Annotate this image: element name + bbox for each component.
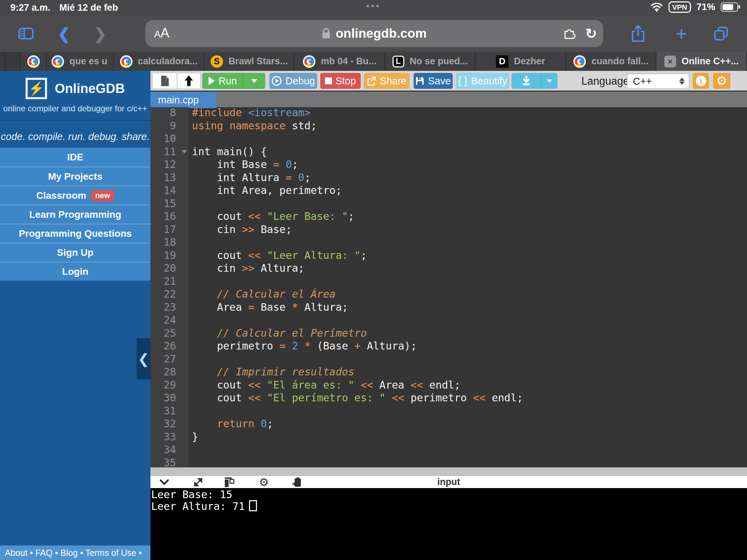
new-file-button[interactable]	[153, 73, 177, 89]
stop-button[interactable]: Stop	[320, 73, 361, 89]
code-line: 31	[150, 404, 747, 418]
language-select[interactable]: C++	[627, 74, 689, 89]
console-line: Leer Base: 15	[151, 489, 747, 500]
line-number: 21	[150, 275, 188, 288]
download-button[interactable]	[511, 73, 541, 89]
debug-button[interactable]: Debug	[269, 73, 317, 89]
language-label: Language	[581, 75, 629, 87]
tabs-overview-icon[interactable]	[709, 21, 733, 46]
browser-tab[interactable]: LNo se pued...	[385, 52, 476, 71]
line-number: 33	[150, 430, 188, 444]
sidebar-item-classroom[interactable]: Classroomnew	[0, 186, 150, 205]
code-line: 32 return 0;	[150, 417, 747, 430]
multitask-dots-icon: •••	[366, 1, 381, 11]
browser-tab[interactable]: mb 04 - Bu...	[295, 52, 385, 71]
new-tab-icon[interactable]: +	[669, 21, 693, 46]
code-line: 29 cout << "El área es: " << Area << end…	[150, 379, 747, 392]
code-line: 10	[150, 132, 747, 145]
settings-button[interactable]: ⚙	[713, 73, 730, 89]
code-line: 35	[150, 456, 747, 468]
save-button[interactable]: Save	[414, 73, 453, 89]
editor-tabbar: main.cpp	[150, 91, 747, 107]
sidebar-item-sign-up[interactable]: Sign Up	[0, 243, 150, 262]
tab-title: calculadora...	[138, 56, 198, 67]
tab-title: Dezher	[514, 56, 545, 67]
line-number: 11	[150, 145, 188, 158]
line-number: 22	[150, 288, 188, 301]
sidebar-item-label: Classroom	[36, 190, 86, 201]
chevron-left-icon: ❮	[138, 351, 149, 367]
tab-sliver[interactable]	[0, 52, 5, 71]
address-bar[interactable]: AA onlinegdb.com ↻	[145, 20, 603, 47]
browser-tab[interactable]	[21, 52, 47, 71]
brand-logo[interactable]: ⚡ OnlineGDB	[0, 76, 150, 101]
google-favicon-icon	[27, 55, 40, 68]
upload-button[interactable]	[177, 73, 201, 89]
line-number: 13	[150, 171, 188, 184]
line-number: 30	[150, 391, 188, 404]
line-number: 24	[150, 314, 188, 327]
close-icon[interactable]: ×	[664, 56, 676, 67]
sidebar-item-programming-questions[interactable]: Programming Questions	[0, 224, 150, 243]
download-options-caret[interactable]	[541, 73, 557, 89]
line-number: 26	[150, 339, 188, 353]
share-icon[interactable]	[626, 21, 650, 46]
run-options-caret[interactable]	[243, 73, 265, 89]
input-label: input	[150, 476, 747, 488]
d-favicon-icon: D	[496, 55, 508, 68]
browser-tab[interactable]: SBrawl Stars...	[204, 52, 295, 71]
code-area[interactable]: 8#include <iostream>9using namespace std…	[150, 107, 747, 467]
tagline: code. compile. run. debug. share.	[0, 125, 150, 148]
run-button[interactable]: Run	[202, 73, 243, 89]
code-line: 34	[150, 443, 747, 456]
line-number: 32	[150, 417, 188, 430]
sidebar-item-my-projects[interactable]: My Projects	[0, 167, 150, 186]
code-editor[interactable]: main.cpp 8#include <iostream>9using name…	[150, 91, 747, 467]
browser-tab[interactable]: ×Online C++...	[656, 52, 747, 71]
url-text: onlinegdb.com	[335, 26, 426, 41]
sidebar-item-ide[interactable]: IDE	[0, 148, 150, 167]
reload-icon[interactable]: ↻	[585, 26, 597, 41]
line-number: 12	[150, 158, 188, 171]
line-number: 25	[150, 327, 188, 340]
line-number: 15	[150, 197, 188, 210]
forward-button[interactable]: ❯	[88, 21, 112, 46]
sidebar-menu: IDEMy ProjectsClassroomnewLearn Programm…	[0, 148, 150, 281]
share-button[interactable]: Share	[364, 73, 409, 89]
footer-links[interactable]: About • FAQ • Blog • Terms of Use •	[0, 545, 150, 560]
ipad-safari-screen: 9:27 a.m. Mié 12 de feb ••• VPN 71% ❮ ❯ …	[0, 0, 747, 560]
browser-tab[interactable]: cuando fall...	[566, 52, 657, 71]
browser-tab[interactable]: DDezher	[476, 52, 566, 71]
beautify-button[interactable]: { }Beautify	[456, 73, 509, 89]
line-number: 34	[150, 443, 188, 456]
code-line: 11int main() {	[150, 145, 747, 158]
tab-sliver[interactable]	[5, 52, 21, 71]
console-output[interactable]: Leer Base: 15Leer Altura: 71	[150, 488, 747, 560]
file-tab-main-cpp[interactable]: main.cpp	[150, 92, 216, 108]
brawl-favicon-icon: S	[211, 55, 223, 68]
fold-caret-icon[interactable]	[182, 150, 187, 153]
browser-tab[interactable]: que es u	[47, 52, 114, 71]
extensions-icon[interactable]	[562, 27, 576, 40]
sidebar-toggle-icon[interactable]	[14, 21, 38, 46]
code-line: 33}	[150, 430, 747, 444]
status-bar: 9:27 a.m. Mié 12 de feb ••• VPN 71%	[0, 0, 747, 15]
sidebar-collapse-button[interactable]: ❮	[137, 338, 150, 380]
select-arrows-icon	[679, 78, 685, 85]
info-button[interactable]: i	[693, 73, 709, 89]
sidebar-item-learn-programming[interactable]: Learn Programming	[0, 205, 150, 224]
tab-strip: que es ucalculadora...SBrawl Stars...mb …	[0, 52, 747, 71]
code-line: 21	[150, 275, 747, 288]
editor-hscrollbar[interactable]	[150, 467, 747, 476]
brand-name: OnlineGDB	[55, 81, 125, 96]
google-favicon-icon	[303, 55, 315, 68]
console-toolbar: ⚙ input	[150, 476, 747, 488]
back-button[interactable]: ❮	[52, 21, 76, 46]
tab-title: cuando fall...	[591, 56, 648, 67]
line-number: 28	[150, 365, 188, 379]
wifi-icon	[651, 2, 663, 12]
sidebar-item-login[interactable]: Login	[0, 262, 150, 281]
sidebar-item-label: Sign Up	[57, 247, 94, 258]
line-number: 10	[150, 132, 188, 145]
browser-tab[interactable]: calculadora...	[114, 52, 204, 71]
